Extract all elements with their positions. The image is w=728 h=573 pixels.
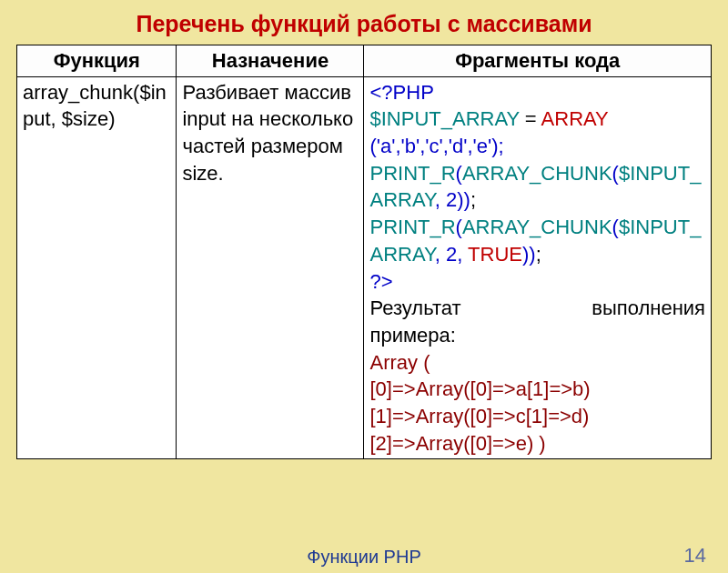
code-paren: ( bbox=[456, 162, 462, 185]
cell-function: array_chunk($input, $size) bbox=[17, 76, 177, 459]
code-bool: TRUE bbox=[468, 243, 522, 266]
cell-purpose: Разбивает массив input на несколько част… bbox=[177, 76, 364, 459]
cell-code: <?PHP $INPUT_ARRAY = ARRAY ('a','b','c',… bbox=[364, 76, 712, 459]
slide-title: Перечень функций работы с массивами bbox=[16, 11, 712, 37]
result-line: [0]=>Array([0]=>a[1]=>b) bbox=[369, 376, 705, 403]
code-var: $INPUT_ARRAY bbox=[369, 107, 519, 130]
functions-table: Функция Назначение Фрагменты кода array_… bbox=[16, 45, 712, 459]
code-args: , 2, bbox=[435, 243, 468, 266]
page-number: 14 bbox=[684, 544, 706, 568]
result-header2: примера: bbox=[369, 322, 705, 349]
code-func: PRINT_R bbox=[369, 216, 455, 238]
code-func: PRINT_R bbox=[369, 162, 455, 185]
result-header-right: выполнения bbox=[592, 295, 705, 322]
code-paren: )) bbox=[457, 188, 470, 211]
code-paren: ( bbox=[456, 216, 462, 238]
header-function: Функция bbox=[17, 45, 177, 77]
slide: Перечень функций работы с массивами Функ… bbox=[0, 0, 728, 573]
table-row: array_chunk($input, $size) Разбивает мас… bbox=[17, 76, 712, 459]
code-args: ('a','b','c','d','e'); bbox=[369, 135, 503, 157]
code-semi: ; bbox=[470, 188, 476, 211]
result-header: Результат выполнения bbox=[369, 295, 705, 322]
code-paren: ( bbox=[612, 216, 619, 238]
code-paren: ( bbox=[612, 162, 619, 185]
code-close-tag: ?> bbox=[369, 270, 392, 293]
result-header-left: Результат bbox=[369, 295, 460, 322]
result-line: [2]=>Array([0]=>e) ) bbox=[369, 430, 705, 457]
code-block: <?PHP $INPUT_ARRAY = ARRAY ('a','b','c',… bbox=[369, 79, 705, 296]
footer-text: Функции PHP bbox=[0, 547, 728, 568]
code-text: = bbox=[520, 107, 541, 130]
result-line: [1]=>Array([0]=>c[1]=>d) bbox=[369, 403, 705, 430]
code-paren: )) bbox=[522, 243, 536, 266]
code-args: , 2 bbox=[435, 188, 457, 211]
table-header-row: Функция Назначение Фрагменты кода bbox=[17, 45, 712, 77]
result-line: Array ( bbox=[369, 349, 705, 377]
code-func: ARRAY_CHUNK bbox=[462, 216, 612, 238]
header-code: Фрагменты кода bbox=[364, 45, 712, 77]
header-purpose: Назначение bbox=[177, 45, 364, 77]
code-open-tag: <?PHP bbox=[369, 81, 433, 104]
code-keyword: ARRAY bbox=[541, 107, 609, 130]
code-semi: ; bbox=[536, 243, 541, 266]
code-func: ARRAY_CHUNK bbox=[462, 162, 612, 185]
